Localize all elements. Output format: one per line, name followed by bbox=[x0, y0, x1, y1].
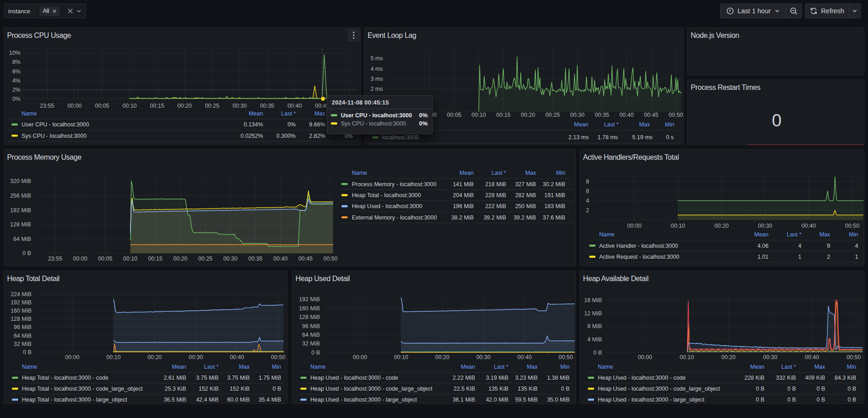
svg-text:Heap Total - localhost:3000 -: Heap Total - localhost:3000 - large_obje… bbox=[22, 397, 127, 403]
svg-text:00:30: 00:30 bbox=[223, 256, 237, 262]
svg-text:Mean: Mean bbox=[460, 170, 474, 176]
svg-text:Heap Used - localhost:3000 - c: Heap Used - localhost:3000 - code_large_… bbox=[598, 386, 720, 392]
svg-text:Heap Used - localhost:3000 - l: Heap Used - localhost:3000 - large_objec… bbox=[310, 397, 417, 403]
svg-text:00:10: 00:10 bbox=[680, 354, 694, 361]
svg-text:218 MiB: 218 MiB bbox=[485, 181, 506, 188]
svg-text:Mean: Mean bbox=[172, 364, 186, 370]
svg-text:64 MiB: 64 MiB bbox=[302, 332, 320, 338]
svg-text:0 B: 0 B bbox=[847, 397, 856, 403]
svg-text:96 MiB: 96 MiB bbox=[14, 324, 31, 330]
svg-text:Heap Used - localhost:3000: Heap Used - localhost:3000 bbox=[352, 203, 422, 209]
svg-text:Mean: Mean bbox=[750, 364, 764, 370]
svg-text:00:40: 00:40 bbox=[518, 354, 532, 361]
svg-text:160 MiB: 160 MiB bbox=[10, 308, 31, 314]
svg-text:localhost:3000: localhost:3000 bbox=[382, 134, 419, 141]
svg-text:204 MiB: 204 MiB bbox=[453, 192, 474, 199]
svg-text:00:05: 00:05 bbox=[447, 112, 461, 118]
svg-text:Heap Total - localhost:3000 -: Heap Total - localhost:3000 - code_large… bbox=[22, 386, 143, 392]
svg-text:00:20: 00:20 bbox=[178, 103, 192, 109]
svg-text:00:30: 00:30 bbox=[232, 103, 246, 109]
svg-text:0 B: 0 B bbox=[847, 386, 856, 392]
svg-text:141 MiB: 141 MiB bbox=[453, 181, 474, 188]
svg-text:9: 9 bbox=[827, 243, 830, 249]
svg-text:36.1 MiB: 36.1 MiB bbox=[453, 397, 475, 403]
svg-text:6%: 6% bbox=[12, 68, 21, 75]
svg-text:Heap Used Detail: Heap Used Detail bbox=[296, 275, 350, 282]
svg-text:0 B: 0 B bbox=[787, 397, 796, 403]
svg-text:Active Request - localhost:300: Active Request - localhost:3000 bbox=[599, 254, 680, 260]
svg-text:00:10: 00:10 bbox=[471, 112, 486, 118]
svg-text:00:20: 00:20 bbox=[435, 354, 449, 361]
svg-text:2: 2 bbox=[827, 254, 830, 260]
svg-text:External Memory - localhost:30: External Memory - localhost:3000 bbox=[352, 214, 437, 221]
svg-text:Mean: Mean bbox=[574, 121, 588, 128]
svg-text:0 B: 0 B bbox=[756, 397, 764, 403]
svg-text:35.0 MiB: 35.0 MiB bbox=[547, 397, 570, 403]
svg-text:00:40: 00:40 bbox=[230, 354, 244, 361]
svg-text:224 MiB: 224 MiB bbox=[10, 291, 31, 298]
svg-text:Active Handler - localhost:300: Active Handler - localhost:3000 bbox=[599, 243, 678, 249]
svg-text:Heap Total - localhost:3000 -: Heap Total - localhost:3000 - code bbox=[22, 375, 109, 381]
svg-text:00:00: 00:00 bbox=[73, 256, 87, 262]
svg-text:00:20: 00:20 bbox=[722, 354, 736, 361]
svg-text:1: 1 bbox=[798, 254, 801, 260]
svg-text:Max: Max bbox=[527, 364, 538, 370]
svg-text:0%: 0% bbox=[12, 96, 21, 102]
svg-text:00:00: 00:00 bbox=[65, 354, 79, 361]
svg-text:00:45: 00:45 bbox=[298, 256, 313, 262]
svg-text:30.2 MiB: 30.2 MiB bbox=[543, 181, 565, 188]
svg-text:Max: Max bbox=[639, 121, 650, 128]
svg-text:00:30: 00:30 bbox=[188, 354, 203, 361]
svg-text:00:20: 00:20 bbox=[714, 223, 728, 229]
svg-text:Min: Min bbox=[560, 364, 570, 370]
svg-text:00:10: 00:10 bbox=[671, 223, 685, 229]
svg-text:00:40: 00:40 bbox=[805, 354, 819, 361]
svg-text:00:20: 00:20 bbox=[147, 354, 162, 361]
svg-text:Last *: Last * bbox=[781, 364, 796, 370]
svg-text:96 MiB: 96 MiB bbox=[302, 323, 320, 329]
svg-text:35.4 MiB: 35.4 MiB bbox=[259, 397, 281, 403]
svg-text:0 B: 0 B bbox=[272, 386, 281, 392]
svg-text:2.22 MiB: 2.22 MiB bbox=[453, 375, 475, 381]
svg-text:39.2 MiB: 39.2 MiB bbox=[513, 214, 536, 221]
svg-text:Name: Name bbox=[598, 364, 613, 370]
svg-text:00:35: 00:35 bbox=[248, 256, 262, 262]
svg-text:00:25: 00:25 bbox=[545, 112, 559, 118]
svg-text:00:00: 00:00 bbox=[353, 354, 367, 361]
svg-text:3.23 MiB: 3.23 MiB bbox=[515, 375, 538, 381]
svg-text:Process Memory Usage: Process Memory Usage bbox=[7, 153, 82, 161]
svg-text:152 KiB: 152 KiB bbox=[199, 386, 219, 392]
svg-text:250 MiB: 250 MiB bbox=[515, 203, 536, 209]
svg-text:12 MiB: 12 MiB bbox=[584, 310, 602, 317]
svg-text:192 MiB: 192 MiB bbox=[299, 296, 320, 303]
svg-text:16 MiB: 16 MiB bbox=[584, 297, 602, 303]
svg-text:3 ms: 3 ms bbox=[371, 76, 383, 82]
svg-text:Heap Total Detail: Heap Total Detail bbox=[7, 275, 60, 282]
svg-text:2%: 2% bbox=[12, 87, 21, 93]
svg-text:Last *: Last * bbox=[204, 364, 219, 370]
svg-text:Name: Name bbox=[599, 231, 614, 238]
svg-text:Process Memory - localhost:300: Process Memory - localhost:3000 bbox=[352, 181, 437, 188]
svg-text:Heap Available Detail: Heap Available Detail bbox=[583, 275, 648, 282]
svg-text:152 KiB: 152 KiB bbox=[230, 386, 250, 392]
svg-text:0 s: 0 s bbox=[666, 134, 674, 141]
svg-text:128 MiB: 128 MiB bbox=[10, 221, 31, 228]
svg-text:4 ms: 4 ms bbox=[371, 66, 383, 72]
svg-text:39.2 MiB: 39.2 MiB bbox=[484, 214, 506, 221]
svg-text:Min: Min bbox=[272, 364, 281, 370]
svg-text:64 MiB: 64 MiB bbox=[13, 236, 31, 242]
svg-text:0 B: 0 B bbox=[22, 250, 31, 256]
svg-text:00:00: 00:00 bbox=[627, 223, 641, 229]
svg-text:2 ms: 2 ms bbox=[371, 86, 383, 92]
svg-text:Event Loop Lag: Event Loop Lag bbox=[368, 31, 417, 39]
svg-text:38.2 MiB: 38.2 MiB bbox=[451, 214, 474, 221]
svg-text:320 MiB: 320 MiB bbox=[10, 178, 31, 184]
svg-text:Max: Max bbox=[814, 364, 825, 370]
svg-text:00:50: 00:50 bbox=[845, 223, 859, 229]
svg-text:9.66%: 9.66% bbox=[309, 121, 325, 128]
svg-text:192 MiB: 192 MiB bbox=[10, 207, 31, 214]
svg-text:228 MiB: 228 MiB bbox=[485, 192, 506, 199]
svg-text:32 MiB: 32 MiB bbox=[14, 341, 31, 347]
svg-text:0 B: 0 B bbox=[561, 386, 570, 392]
svg-text:Max: Max bbox=[525, 170, 536, 176]
